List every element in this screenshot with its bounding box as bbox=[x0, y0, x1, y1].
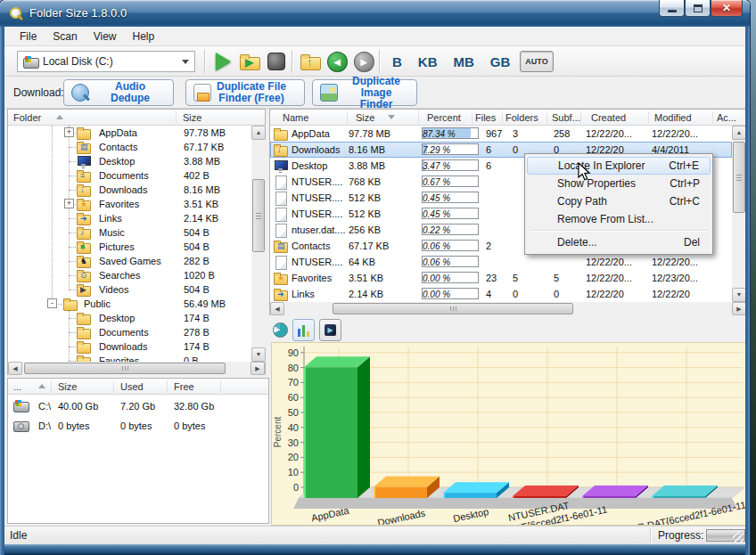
resize-grip[interactable] bbox=[733, 532, 744, 543]
windows-flag-icon bbox=[25, 56, 31, 62]
tree-item-documents[interactable]: ≡Documents402 B bbox=[8, 168, 265, 183]
tree-item-documents[interactable]: Documents278 B bbox=[8, 325, 265, 339]
table-header-percent[interactable]: Percent bbox=[427, 112, 461, 123]
scrollbar-thumb[interactable] bbox=[24, 363, 226, 374]
table-row-appdata[interactable]: AppData97.78 MB87.34 %967325812/22/20...… bbox=[270, 126, 732, 142]
tree-item-videos[interactable]: ▶Videos504 B bbox=[8, 282, 265, 297]
menu-file[interactable]: File bbox=[12, 29, 45, 45]
table-row-ntuser[interactable]: NTUSER....64 KB0.06 %12/22/20...12/22/20… bbox=[270, 254, 732, 270]
drive-header-size[interactable]: Size bbox=[58, 381, 77, 392]
expand-icon[interactable]: + bbox=[64, 199, 74, 208]
tree-item-downloads[interactable]: Downloads174 B bbox=[8, 339, 265, 354]
scan-folder-button[interactable]: ▶ bbox=[238, 50, 261, 73]
tree-item-name: Videos bbox=[99, 284, 128, 295]
tree-item-public[interactable]: -Public56.49 MB bbox=[8, 297, 265, 311]
expand-icon[interactable]: + bbox=[64, 127, 74, 137]
context-menu-item-locate-in-explorer[interactable]: Locate In ExplorerCtrl+E bbox=[527, 157, 711, 175]
table-header-folders[interactable]: Folders bbox=[505, 112, 538, 123]
scroll-left-icon[interactable]: ◀ bbox=[8, 362, 22, 375]
menu-bar: FileScanViewHelp bbox=[4, 27, 745, 46]
table-header-modified[interactable]: Modified bbox=[654, 112, 692, 123]
drive-row-d[interactable]: D:\0 bytes0 bytes0 bytes bbox=[8, 416, 268, 436]
scroll-down-icon[interactable]: ▼ bbox=[732, 288, 746, 302]
close-button[interactable]: ✕ bbox=[711, 0, 743, 17]
stop-button[interactable] bbox=[265, 50, 288, 73]
tree-vertical-scrollbar[interactable]: ▲ ▼ bbox=[251, 126, 266, 362]
tree-header-folder[interactable]: Folder bbox=[13, 112, 41, 123]
context-menu-item-remove-from-list-[interactable]: Remove From List... bbox=[527, 210, 711, 228]
table-header-ac[interactable]: Ac... bbox=[717, 112, 736, 123]
table-row-links[interactable]: ➜Links2.14 KB0.00 %40012/22/2012/22/20 bbox=[270, 286, 732, 302]
back-button[interactable]: ◀ bbox=[325, 50, 349, 73]
collapse-icon[interactable]: - bbox=[47, 298, 57, 308]
cell-files: 6 bbox=[486, 144, 491, 155]
drive-header-name[interactable]: ... bbox=[13, 381, 21, 392]
tree-item-size: 56.49 MB bbox=[184, 298, 226, 309]
tree-header-size[interactable]: Size bbox=[183, 112, 201, 123]
tree-item-contacts[interactable]: ▤Contacts67.17 KB bbox=[8, 140, 265, 154]
tree-item-name: Saved Games bbox=[99, 256, 161, 266]
table-horizontal-scrollbar[interactable]: ◀ ▶ bbox=[270, 302, 746, 315]
scroll-right-icon[interactable]: ▶ bbox=[732, 302, 746, 315]
scroll-down-icon[interactable]: ▼ bbox=[251, 347, 266, 362]
pictures-folder-icon: ■ bbox=[77, 241, 91, 253]
maximize-button[interactable] bbox=[685, 0, 711, 17]
scroll-left-icon[interactable]: ◀ bbox=[270, 302, 284, 315]
download-button-1[interactable]: Audio Dedupe bbox=[63, 79, 174, 106]
minimize-button[interactable] bbox=[659, 0, 685, 17]
cell-created: 12/22/20... bbox=[586, 257, 632, 267]
scrollbar-thumb[interactable] bbox=[252, 179, 265, 252]
folder-up-button[interactable]: ↑ bbox=[299, 50, 322, 73]
drive-row-c[interactable]: C:\40.00 Gb7.20 Gb32.80 Gb bbox=[8, 396, 268, 416]
tree-item-desktop[interactable]: Desktop3.88 MB bbox=[8, 154, 265, 168]
menu-scan[interactable]: Scan bbox=[45, 29, 85, 45]
table-row-favorites[interactable]: ★Favorites3.51 KB0.00 %235512/22/20...12… bbox=[270, 270, 732, 286]
context-menu-item-copy-path[interactable]: Copy PathCtrl+C bbox=[527, 192, 711, 210]
audio-dedupe-icon bbox=[71, 84, 89, 102]
tree-item-searches[interactable]: ⊙Searches1020 B bbox=[8, 268, 265, 282]
download-button-3[interactable]: DuplicateImage Finder bbox=[312, 79, 417, 106]
menu-view[interactable]: View bbox=[86, 29, 125, 45]
menu-help[interactable]: Help bbox=[125, 29, 163, 45]
tree-item-desktop[interactable]: Desktop174 B bbox=[8, 311, 265, 325]
table-header-created[interactable]: Created bbox=[591, 112, 626, 123]
tree-item-pictures[interactable]: ■Pictures504 B bbox=[8, 240, 265, 254]
tree-horizontal-scrollbar[interactable]: ◀ ▶ bbox=[8, 362, 265, 375]
tree-item-links[interactable]: ➜Links2.14 KB bbox=[8, 211, 265, 225]
forward-button[interactable]: ▶ bbox=[352, 50, 375, 73]
pie-chart-icon[interactable] bbox=[273, 322, 288, 338]
drive-header-free[interactable]: Free bbox=[174, 381, 194, 392]
context-menu-item-show-properties[interactable]: Show PropertiesCtrl+P bbox=[527, 175, 711, 192]
unit-button-kb[interactable]: KB bbox=[412, 53, 444, 71]
export-chart-button[interactable]: ▶ bbox=[319, 319, 341, 341]
unit-button-b[interactable]: B bbox=[386, 53, 408, 71]
scroll-right-icon[interactable]: ▶ bbox=[251, 362, 265, 375]
tree-item-favorites[interactable]: +★Favorites3.51 KB bbox=[8, 197, 265, 211]
titlebar[interactable]: Folder Size 1.8.0.0 ✕ bbox=[0, 0, 750, 27]
scrollbar-thumb[interactable] bbox=[733, 142, 745, 213]
drive-header-used[interactable]: Used bbox=[120, 381, 144, 392]
scroll-up-icon[interactable]: ▲ bbox=[251, 126, 266, 140]
table-header-size[interactable]: Size bbox=[356, 112, 374, 123]
unit-button-auto[interactable]: AUTO bbox=[520, 51, 553, 72]
table-header-name[interactable]: Name bbox=[283, 112, 308, 123]
bar-chart-button[interactable] bbox=[292, 319, 315, 341]
scroll-up-icon[interactable]: ▲ bbox=[732, 126, 746, 140]
tree-item-appdata[interactable]: +AppData97.78 MB bbox=[8, 126, 265, 140]
tree-item-saved-games[interactable]: ♞Saved Games282 B bbox=[8, 254, 265, 268]
drive-selector[interactable]: Local Disk (C:) bbox=[17, 51, 195, 72]
scrollbar-thumb[interactable] bbox=[333, 303, 573, 314]
context-menu-item-delete-[interactable]: Delete...Del bbox=[527, 233, 711, 251]
cell-percent: 3.47 % bbox=[423, 161, 450, 171]
unit-button-gb[interactable]: GB bbox=[484, 53, 517, 71]
tree-item-favorites[interactable]: Favorites0 B bbox=[8, 354, 265, 362]
table-header-files[interactable]: Files bbox=[475, 112, 496, 123]
tree-item-music[interactable]: ♪Music504 B bbox=[8, 225, 265, 240]
table-vertical-scrollbar[interactable]: ▲ ▼ bbox=[732, 126, 746, 302]
unit-button-mb[interactable]: MB bbox=[448, 53, 481, 71]
tree-item-downloads[interactable]: ↓Downloads8.16 MB bbox=[8, 183, 265, 197]
table-header-subf[interactable]: Subf... bbox=[552, 112, 580, 123]
cell-files: 967 bbox=[486, 128, 502, 139]
scan-start-button[interactable] bbox=[211, 50, 234, 73]
download-button-2[interactable]: Duplicate FileFinder (Free) bbox=[185, 79, 305, 106]
